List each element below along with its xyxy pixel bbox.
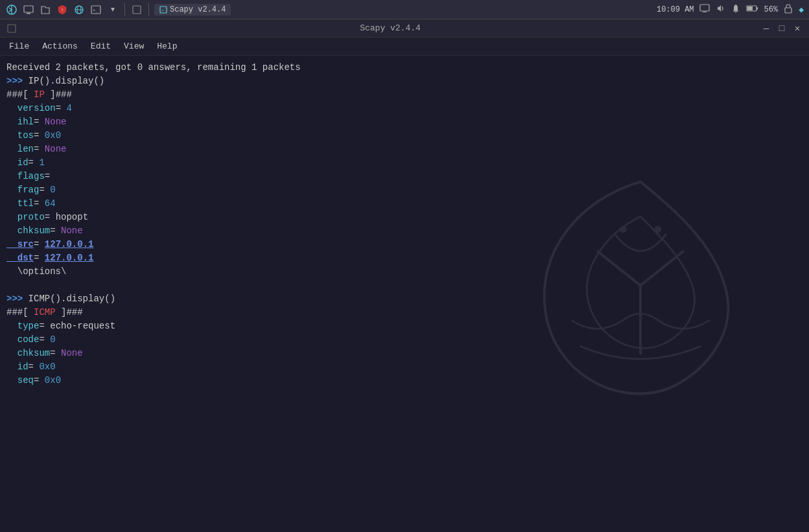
prompt-2: >>>	[6, 294, 29, 304]
dropdown-arrow-icon[interactable]	[106, 3, 119, 16]
tab-label: Scapy v2.4.4	[170, 5, 226, 14]
field-id-val: 1	[39, 157, 44, 168]
icmp-field-id-val: 0x0	[39, 362, 55, 372]
field-len-val: None	[45, 144, 67, 154]
field-dst-name: dst	[6, 253, 34, 263]
field-frag-name: frag	[6, 185, 39, 195]
terminal-output[interactable]: Received 2 packets, got 0 answers, remai…	[0, 56, 809, 532]
field-ttl-eq: =	[34, 198, 45, 209]
terminal-content: Received 2 packets, got 0 answers, remai…	[6, 61, 803, 387]
menu-help[interactable]: Help	[150, 39, 183, 54]
battery-icon	[746, 3, 759, 16]
window-titlebar: Scapy v2.4.4 — □ ✕	[0, 19, 809, 38]
field-frag-val: 0	[50, 185, 55, 195]
icmp-header-label: ICMP	[34, 307, 56, 318]
field-src-name: src	[6, 239, 34, 249]
field-flags-eq: =	[45, 171, 56, 181]
icmp-field-chksum-name: chksum	[6, 348, 50, 358]
svg-rect-14	[703, 12, 707, 12]
taskbar: ! >_	[0, 0, 809, 19]
taskbar-divider	[124, 3, 125, 16]
icmp-field-seq-eq: =	[34, 375, 45, 386]
field-ihl-name: ihl	[6, 117, 34, 127]
field-len-name: len	[6, 144, 34, 154]
field-chksum-name: chksum	[6, 226, 50, 236]
main-window: Scapy v2.4.4 — □ ✕ File Actions Edit Vie…	[0, 19, 809, 532]
bell-icon[interactable]	[731, 3, 741, 16]
cmd-1: IP().display()	[29, 76, 105, 86]
field-chksum-eq: =	[50, 226, 61, 236]
field-id-eq: =	[29, 157, 40, 168]
icmp-field-chksum-val: None	[61, 348, 83, 358]
svg-rect-19	[8, 25, 16, 32]
icmp-field-type-val: echo-request	[50, 321, 115, 331]
window-small-control[interactable]	[6, 23, 17, 34]
speaker-icon[interactable]	[715, 3, 725, 16]
svg-rect-10	[133, 6, 141, 14]
svg-rect-16	[747, 6, 753, 10]
active-tab[interactable]: > Scapy v2.4.4	[154, 4, 231, 16]
menu-actions[interactable]: Actions	[36, 39, 84, 54]
svg-text:!: !	[61, 8, 64, 13]
svg-rect-1	[24, 6, 33, 12]
window-left-controls	[6, 23, 19, 34]
minimize-button[interactable]: —	[761, 23, 771, 34]
window-small-icon[interactable]	[130, 3, 143, 16]
field-proto-val: hopopt	[56, 212, 88, 222]
icmp-field-code-val: 0	[50, 334, 55, 345]
field-id-name: id	[6, 157, 29, 168]
kali-logo-small[interactable]: ◆	[799, 5, 804, 15]
window-title: Scapy v2.4.4	[19, 23, 761, 33]
battery-percent: 56%	[764, 5, 779, 14]
field-dst-val[interactable]: 127.0.0.1	[45, 253, 94, 263]
icmp-field-code-eq: =	[39, 334, 50, 345]
svg-text:>: >	[161, 8, 164, 13]
field-src-val[interactable]: 127.0.0.1	[45, 239, 94, 249]
field-proto-eq: =	[45, 212, 56, 222]
field-tos-eq: =	[34, 130, 45, 141]
shield-icon[interactable]: !	[56, 3, 69, 16]
svg-rect-17	[756, 7, 758, 10]
svg-rect-13	[700, 5, 709, 11]
icmp-header-line: ###[	[6, 307, 34, 318]
icmp-field-seq-val: 0x0	[45, 375, 61, 386]
ip-header-close: ]###	[45, 89, 72, 100]
icmp-field-chksum-eq: =	[50, 348, 61, 358]
field-proto-name: proto	[6, 212, 45, 222]
monitor-icon[interactable]	[699, 3, 710, 16]
close-button[interactable]: ✕	[792, 23, 803, 34]
kali-icon[interactable]	[5, 3, 18, 16]
icmp-field-code-name: code	[6, 334, 39, 345]
icmp-field-id-eq: =	[29, 362, 40, 372]
svg-text:>_: >_	[93, 8, 99, 13]
terminal-taskbar-icon[interactable]: >_	[89, 3, 102, 16]
menu-view[interactable]: View	[117, 39, 150, 54]
field-len-eq: =	[34, 144, 45, 154]
svg-marker-9	[111, 8, 115, 12]
icmp-field-seq-name: seq	[6, 375, 34, 386]
menu-file[interactable]: File	[3, 39, 36, 54]
taskbar-left: ! >_	[5, 3, 231, 16]
ip-header-line: ###[	[6, 89, 34, 100]
lock-icon[interactable]	[783, 3, 793, 16]
globe-icon[interactable]	[73, 3, 86, 16]
field-tos-name: tos	[6, 130, 34, 141]
icmp-field-type-name: type	[6, 321, 39, 331]
desktop-icon[interactable]	[22, 3, 35, 16]
field-version-eq: =	[56, 103, 67, 113]
maximize-button[interactable]: □	[777, 23, 787, 34]
field-ihl-val: None	[45, 117, 67, 127]
svg-rect-2	[27, 13, 30, 14]
field-options: \options\	[6, 266, 66, 277]
cmd-2: ICMP().display()	[29, 294, 115, 304]
output-line-1: Received 2 packets, got 0 answers, remai…	[6, 62, 301, 73]
field-flags-name: flags	[6, 171, 45, 181]
svg-rect-18	[785, 8, 791, 13]
files-icon[interactable]	[39, 3, 52, 16]
menu-edit[interactable]: Edit	[84, 39, 117, 54]
field-version-val: 4	[66, 103, 71, 113]
taskbar-divider2	[148, 3, 149, 16]
prompt-1: >>>	[6, 76, 29, 86]
field-src-eq: =	[34, 239, 45, 249]
field-frag-eq: =	[39, 185, 50, 195]
